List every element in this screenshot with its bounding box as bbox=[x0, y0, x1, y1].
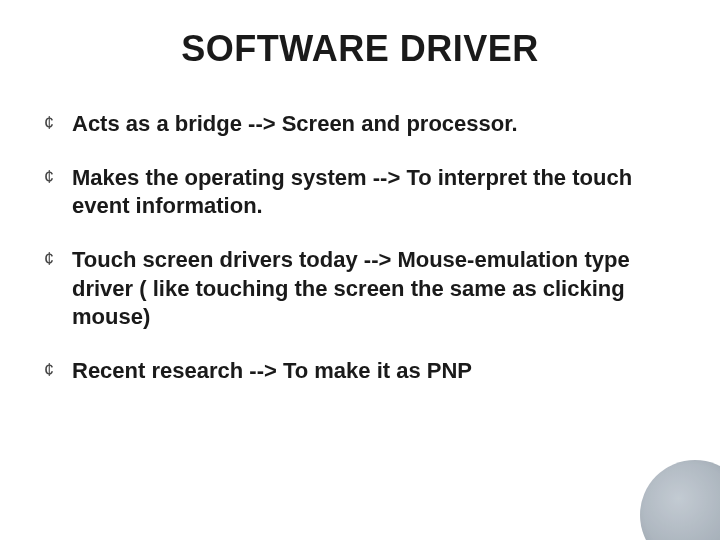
list-item-text: Touch screen drivers today --> Mouse-emu… bbox=[72, 246, 676, 330]
bullet-icon: ¢ bbox=[44, 110, 72, 135]
list-item-text: Recent research --> To make it as PNP bbox=[72, 357, 676, 385]
corner-sphere-decor bbox=[640, 460, 720, 540]
list-item-text: Makes the operating system --> To interp… bbox=[72, 164, 676, 220]
page-title: SOFTWARE DRIVER bbox=[0, 0, 720, 110]
bullet-icon: ¢ bbox=[44, 164, 72, 189]
slide: SOFTWARE DRIVER ¢ Acts as a bridge --> S… bbox=[0, 0, 720, 540]
bullet-icon: ¢ bbox=[44, 246, 72, 271]
list-item: ¢ Recent research --> To make it as PNP bbox=[44, 357, 676, 385]
list-item: ¢ Touch screen drivers today --> Mouse-e… bbox=[44, 246, 676, 330]
list-item: ¢ Acts as a bridge --> Screen and proces… bbox=[44, 110, 676, 138]
list-item-text: Acts as a bridge --> Screen and processo… bbox=[72, 110, 676, 138]
bullet-icon: ¢ bbox=[44, 357, 72, 382]
bullet-list: ¢ Acts as a bridge --> Screen and proces… bbox=[0, 110, 720, 385]
list-item: ¢ Makes the operating system --> To inte… bbox=[44, 164, 676, 220]
